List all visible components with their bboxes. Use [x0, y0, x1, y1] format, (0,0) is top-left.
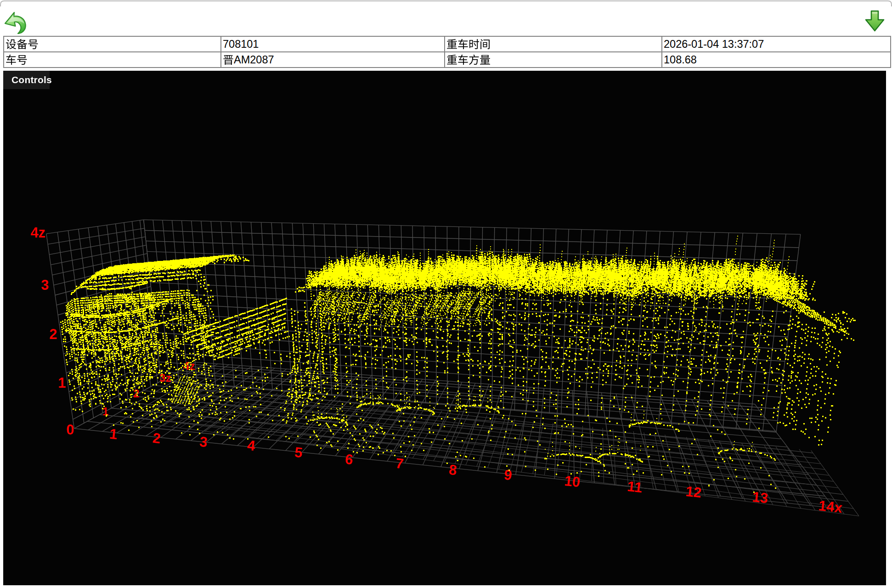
table-cell-label [445, 36, 662, 52]
table-cell-value: 708101 [221, 36, 445, 52]
table-cell-value: 2026-01-04 13:37:07 [662, 36, 891, 52]
cjk-glyph [480, 54, 491, 65]
table-cell-label [4, 36, 221, 52]
cjk-glyph [480, 39, 491, 50]
point-cloud-canvas[interactable] [3, 71, 886, 585]
controls-toggle[interactable]: Controls [3, 71, 50, 89]
cjk-glyph [446, 54, 457, 65]
cjk-glyph [457, 54, 469, 65]
window-top-border [0, 0, 892, 9]
download-button[interactable] [864, 10, 885, 32]
table-cell-label [4, 52, 221, 68]
cjk-glyph [446, 39, 457, 50]
table-cell-value: AM2087 [221, 52, 445, 68]
table-cell-value: 108.68 [662, 52, 891, 68]
point-cloud-viewer: Controls [3, 71, 886, 585]
return-arrow-icon [4, 9, 27, 34]
cjk-glyph [223, 54, 234, 65]
info-table: 7081012026-01-04 13:37:07AM2087108.68 [3, 36, 891, 68]
cjk-glyph [28, 39, 39, 50]
cjk-glyph [457, 39, 469, 50]
back-button[interactable] [4, 9, 27, 34]
info-table-body: 7081012026-01-04 13:37:07AM2087108.68 [4, 36, 891, 68]
table-row: 7081012026-01-04 13:37:07 [4, 36, 891, 52]
table-cell-label [445, 52, 662, 68]
cjk-glyph [17, 54, 28, 65]
cjk-glyph [17, 39, 28, 50]
cjk-glyph [469, 54, 480, 65]
download-arrow-icon [864, 10, 885, 32]
cjk-glyph [6, 54, 17, 65]
controls-label: Controls [11, 74, 52, 85]
cjk-glyph [469, 39, 480, 50]
table-row: AM2087108.68 [4, 52, 891, 68]
page: 7081012026-01-04 13:37:07AM2087108.68 Co… [0, 0, 892, 588]
cjk-glyph [6, 39, 17, 50]
